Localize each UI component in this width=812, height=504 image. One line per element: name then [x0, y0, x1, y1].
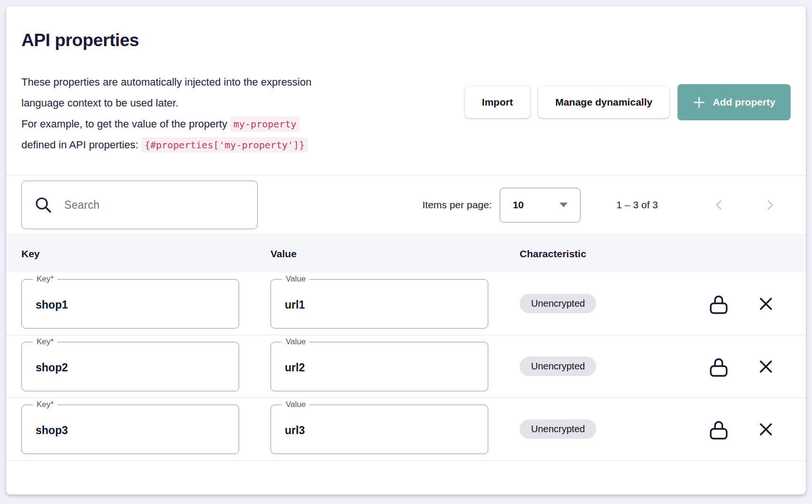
key-input[interactable] — [22, 280, 239, 328]
key-field-label: Key* — [33, 337, 58, 347]
import-button-label: Import — [482, 97, 513, 108]
key-field-label: Key* — [33, 399, 58, 410]
chevron-left-icon — [713, 198, 726, 212]
lock-icon — [709, 356, 728, 378]
card-header: API properties These properties are auto… — [6, 6, 806, 155]
value-field-label: Value — [282, 337, 309, 347]
inline-code-property: my-property — [230, 116, 300, 132]
table-row: Key* Value Unencrypted — [6, 398, 806, 461]
pager-buttons — [708, 194, 791, 216]
key-field[interactable]: Key* — [21, 405, 239, 454]
column-header-key: Key — [21, 248, 271, 260]
key-input[interactable] — [22, 405, 239, 454]
description-text: These properties are automatically injec… — [21, 72, 322, 155]
table-row: Key* Value Unencrypted — [6, 335, 806, 398]
value-field[interactable]: Value — [271, 342, 488, 391]
paginator: Items per page: 10 1 – 3 of 3 — [423, 188, 791, 223]
close-icon — [758, 359, 774, 375]
paginator-range-label: 1 – 3 of 3 — [616, 199, 658, 211]
manage-dynamically-button[interactable]: Manage dynamically — [538, 87, 669, 118]
key-input[interactable] — [22, 342, 239, 391]
prev-page-button[interactable] — [708, 194, 731, 216]
description-example: For example, to get the value of the pro… — [21, 114, 322, 155]
key-field[interactable]: Key* — [21, 279, 239, 329]
value-input[interactable] — [271, 405, 488, 454]
import-button[interactable]: Import — [465, 87, 530, 118]
close-icon — [758, 421, 774, 437]
items-per-page-select[interactable]: 10 — [500, 188, 580, 223]
header-actions: Import Manage dynamically Add property — [465, 84, 791, 120]
characteristic-badge: Unencrypted — [520, 357, 596, 376]
encrypt-button[interactable] — [706, 417, 731, 442]
table-row: Key* Value Unencrypted — [6, 272, 806, 335]
items-per-page-label: Items per page: — [423, 199, 492, 211]
key-field-label: Key* — [33, 274, 58, 284]
value-field[interactable]: Value — [271, 279, 488, 329]
next-page-button[interactable] — [758, 194, 781, 216]
table-toolbar: Items per page: 10 1 – 3 of 3 — [6, 175, 806, 234]
encrypt-button[interactable] — [706, 291, 731, 316]
page-title: API properties — [21, 28, 791, 53]
column-header-value: Value — [271, 248, 520, 260]
search-input[interactable] — [64, 199, 245, 212]
lock-icon — [709, 293, 728, 315]
add-property-button[interactable]: Add property — [677, 84, 791, 120]
items-per-page-value: 10 — [512, 199, 523, 211]
remove-property-button[interactable] — [754, 417, 778, 442]
value-field[interactable]: Value — [271, 405, 488, 454]
description-example-mid: defined in API properties: — [21, 139, 141, 151]
manage-dynamically-button-label: Manage dynamically — [555, 97, 652, 108]
chevron-right-icon — [763, 198, 776, 212]
add-property-button-label: Add property — [713, 97, 775, 108]
lock-icon — [709, 418, 728, 440]
value-field-label: Value — [282, 274, 309, 284]
description-line: These properties are automatically injec… — [21, 72, 322, 114]
value-input[interactable] — [271, 342, 488, 391]
value-field-label: Value — [282, 399, 309, 410]
characteristic-badge: Unencrypted — [520, 419, 596, 439]
encrypt-button[interactable] — [706, 354, 731, 379]
plus-icon — [693, 96, 706, 109]
search-box[interactable] — [21, 181, 258, 229]
api-properties-card: API properties These properties are auto… — [6, 6, 806, 494]
description-example-pre: For example, to get the value of the pro… — [21, 118, 230, 130]
remove-property-button[interactable] — [754, 354, 778, 379]
chevron-down-icon — [560, 203, 568, 207]
search-icon — [34, 196, 52, 214]
table-header-row: Key Value Characteristic — [6, 234, 806, 272]
column-header-characteristic: Characteristic — [520, 248, 791, 260]
key-field[interactable]: Key* — [21, 342, 239, 391]
inline-code-expression: {#properties['my-property']} — [141, 137, 308, 153]
characteristic-badge: Unencrypted — [520, 294, 596, 313]
remove-property-button[interactable] — [754, 291, 778, 316]
close-icon — [758, 296, 774, 312]
value-input[interactable] — [271, 280, 488, 328]
